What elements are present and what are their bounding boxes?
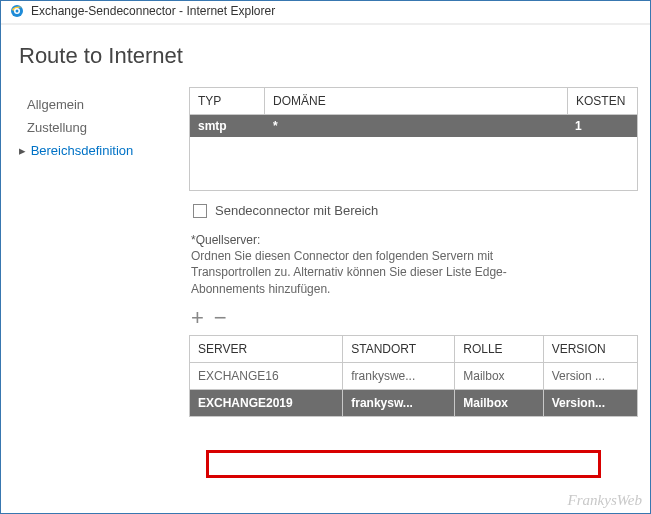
title-bar: Exchange-Sendeconnector - Internet Explo… <box>1 1 650 25</box>
source-servers-label: *Quellserver: <box>191 232 563 248</box>
domain-row-selected[interactable]: smtp * 1 <box>190 115 637 137</box>
watermark: FrankysWeb <box>568 492 642 509</box>
caret-right-icon: ▸ <box>19 143 27 158</box>
nav-item-general[interactable]: Allgemein <box>19 93 189 116</box>
cell-server: EXCHANGE2019 <box>190 389 343 416</box>
svg-point-2 <box>16 10 19 13</box>
col-server[interactable]: SERVER <box>190 335 343 362</box>
cell-role: Mailbox <box>455 362 543 389</box>
remove-server-button[interactable]: − <box>214 307 227 329</box>
page-title: Route to Internet <box>1 25 650 87</box>
server-toolbar: + − <box>189 303 638 335</box>
ie-icon <box>9 3 25 19</box>
cell-server: EXCHANGE16 <box>190 362 343 389</box>
col-domain[interactable]: DOMÄNE <box>265 88 568 115</box>
col-version[interactable]: VERSION <box>543 335 637 362</box>
cell-type: smtp <box>190 115 265 137</box>
server-row-selected[interactable]: EXCHANGE2019 frankysw... Mailbox Version… <box>190 389 638 416</box>
nav-item-delivery[interactable]: Zustellung <box>19 116 189 139</box>
cell-version: Version ... <box>543 362 637 389</box>
col-type[interactable]: TYP <box>190 88 265 115</box>
cell-role: Mailbox <box>455 389 543 416</box>
col-role[interactable]: ROLLE <box>455 335 543 362</box>
cell-site: frankysw... <box>343 389 455 416</box>
server-row[interactable]: EXCHANGE16 frankyswe... Mailbox Version … <box>190 362 638 389</box>
side-nav: Allgemein Zustellung ▸ Bereichsdefinitio… <box>19 87 189 417</box>
scoped-checkbox[interactable] <box>193 204 207 218</box>
source-servers-text: Ordnen Sie diesen Connector den folgende… <box>191 248 563 297</box>
servers-table: SERVER STANDORT ROLLE VERSION EXCHANGE16… <box>189 335 638 417</box>
col-cost[interactable]: KOSTEN <box>568 88 638 115</box>
cell-domain: * <box>265 115 567 137</box>
table-header-row: TYP DOMÄNE KOSTEN <box>190 88 638 115</box>
domain-table-body[interactable]: smtp * 1 <box>189 115 638 191</box>
col-site[interactable]: STANDORT <box>343 335 455 362</box>
domain-table: TYP DOMÄNE KOSTEN <box>189 87 638 115</box>
add-server-button[interactable]: + <box>191 307 204 329</box>
cell-cost: 1 <box>567 115 637 137</box>
nav-item-scoping[interactable]: ▸ Bereichsdefinition <box>19 139 189 162</box>
table-header-row: SERVER STANDORT ROLLE VERSION <box>190 335 638 362</box>
cell-version: Version... <box>543 389 637 416</box>
window-title: Exchange-Sendeconnector - Internet Explo… <box>31 4 275 18</box>
source-servers-help: *Quellserver: Ordnen Sie diesen Connecto… <box>189 222 569 303</box>
annotation-highlight <box>206 450 601 478</box>
scoped-checkbox-label: Sendeconnector mit Bereich <box>215 203 378 218</box>
cell-site: frankyswe... <box>343 362 455 389</box>
